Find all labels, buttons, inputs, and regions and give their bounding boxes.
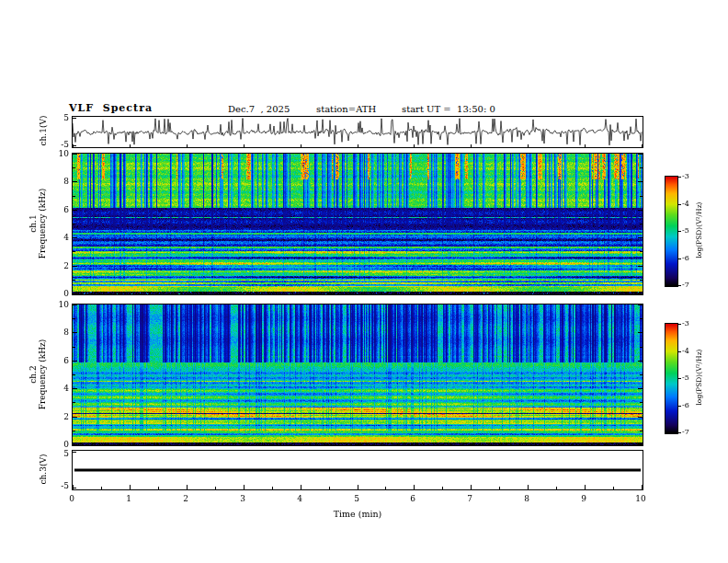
cbar2-tick-label: -4	[682, 347, 697, 355]
spec1-y-tick-mark	[640, 196, 643, 197]
spec1-y-tick-mark	[73, 251, 75, 252]
ch2-spectrogram-panel	[72, 304, 643, 446]
ch2-spectrogram-ylabel: ch.2 Frequency (kHz)	[28, 324, 47, 425]
ch1-label-line1: ch.1	[28, 173, 38, 274]
spec1-y-tick-mark	[73, 210, 77, 211]
spec2-y-tick-mark	[638, 304, 643, 305]
spec2-y-tick-mark	[73, 361, 77, 362]
x-tick-label: 1	[121, 494, 136, 503]
x-minor-tick-mark	[329, 487, 330, 489]
spec2-y-tick-label: 4	[55, 384, 69, 393]
x-tick-mark	[528, 144, 529, 147]
x-tick-label: 4	[292, 494, 307, 503]
cbar2-tick-mark	[678, 351, 681, 352]
x-tick-label: 9	[576, 494, 591, 503]
cbar2-tick-mark	[678, 432, 681, 433]
x-tick-mark	[642, 144, 643, 147]
ch2-label-line2: Frequency (kHz)	[38, 324, 47, 425]
cbar2-tick-mark	[678, 406, 681, 407]
spec1-y-tick-label: 6	[55, 205, 69, 214]
spec2-y-tick-mark	[638, 388, 643, 389]
x-tick-mark	[187, 485, 188, 489]
spec2-y-tick-mark	[640, 431, 643, 431]
spec2-y-tick-mark	[640, 402, 643, 403]
station-label: station=ATH	[316, 104, 376, 114]
x-axis-title: Time (min)	[72, 509, 643, 519]
spec1-y-tick-label: 4	[55, 233, 69, 242]
spec2-y-tick-label: 8	[55, 327, 69, 337]
spec1-y-tick-mark	[640, 251, 643, 252]
ch2-spectrogram-canvas	[73, 304, 643, 445]
cbar1-tick-label: -5	[682, 226, 697, 235]
ch2-label-line1: ch.2	[28, 324, 38, 425]
ch3-ymax-label: 5	[55, 449, 69, 458]
date-label: Dec.7 , 2025	[228, 104, 290, 114]
spec1-y-tick-mark	[640, 280, 643, 281]
x-tick-mark	[244, 144, 245, 147]
spec1-y-tick-mark	[638, 154, 643, 155]
x-tick-mark	[244, 485, 245, 489]
x-minor-tick-mark	[272, 487, 273, 489]
spec2-y-tick-mark	[73, 402, 75, 403]
spec1-y-tick-label: 0	[55, 289, 69, 298]
x-tick-mark	[358, 485, 358, 489]
figure-title: VLF Spectra	[69, 102, 153, 114]
ch1-waveform-panel	[72, 116, 643, 148]
ch1-spectrogram-canvas	[73, 154, 643, 294]
cbar1-tick-mark	[678, 231, 681, 232]
cbar2-tick-label: -3	[682, 319, 697, 327]
x-minor-tick-mark	[385, 487, 386, 489]
x-tick-mark	[642, 485, 643, 489]
colorbar-1-canvas	[665, 177, 677, 286]
spec2-y-tick-mark	[640, 347, 643, 348]
spec1-y-tick-mark	[73, 167, 75, 168]
cbar2-tick-label: -5	[682, 373, 697, 382]
x-minor-tick-mark	[499, 487, 500, 489]
cbar1-tick-mark	[678, 177, 681, 178]
cbar1-tick-mark	[678, 204, 681, 205]
x-tick-label: 5	[349, 494, 364, 503]
ch3-y-tick-mark	[73, 488, 76, 488]
x-axis-tick-labels: 012345678910	[72, 494, 643, 505]
x-minor-tick-mark	[442, 487, 443, 489]
spec2-y-tick-mark	[73, 304, 77, 305]
x-tick-mark	[187, 144, 188, 147]
cbar1-tick-mark	[678, 259, 681, 259]
x-tick-mark	[130, 485, 131, 489]
ch3-waveform-canvas	[73, 451, 643, 489]
spec1-y-tick-mark	[73, 280, 75, 281]
x-tick-mark	[471, 144, 472, 147]
ch1-waveform-ylabel: ch.1(V)	[39, 94, 48, 167]
x-minor-tick-mark	[215, 487, 216, 489]
x-tick-mark	[301, 144, 301, 147]
colorbar-2	[665, 323, 678, 434]
ch1-label-line2: Frequency (kHz)	[38, 173, 47, 274]
start-ut-label: start UT = 13:50: 0	[402, 104, 495, 114]
spec2-y-tick-mark	[73, 444, 77, 445]
spec2-y-tick-mark	[638, 417, 643, 418]
x-tick-mark	[130, 144, 131, 147]
spec1-y-tick-label: 8	[55, 177, 69, 186]
ch3-waveform-panel	[72, 450, 643, 490]
spec1-y-tick-mark	[73, 224, 75, 224]
ch1-waveform-canvas	[73, 117, 643, 147]
wave-y-tick-mark	[73, 118, 76, 119]
x-tick-mark	[471, 485, 472, 489]
spec2-y-tick-mark	[638, 444, 643, 445]
cbar2-tick-label: -6	[682, 401, 697, 409]
cbar1-tick-mark	[678, 285, 681, 286]
ch3-y-tick-mark	[73, 452, 76, 453]
x-tick-mark	[301, 485, 301, 489]
x-tick-mark	[414, 485, 415, 489]
cbar2-tick-mark	[678, 378, 681, 379]
spec2-y-tick-mark	[73, 318, 75, 319]
spec2-y-tick-label: 2	[55, 412, 69, 421]
x-minor-tick-mark	[101, 487, 102, 489]
ch3-ymin-label: -5	[53, 481, 69, 490]
spec1-y-tick-mark	[638, 293, 643, 294]
spec2-y-tick-mark	[73, 388, 77, 389]
spec1-y-tick-mark	[638, 181, 643, 182]
x-tick-label: 2	[178, 494, 193, 503]
x-tick-mark	[585, 485, 586, 489]
x-tick-label: 8	[519, 494, 534, 503]
